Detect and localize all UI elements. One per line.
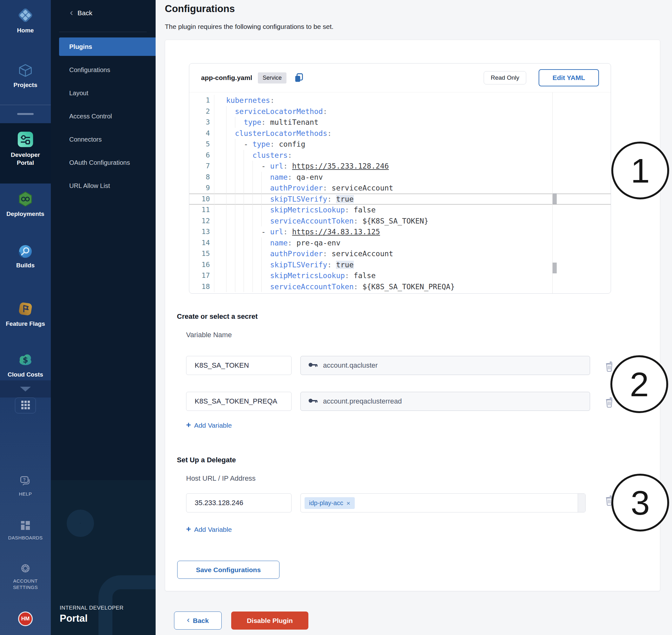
add-variable-label: Add Variable — [194, 526, 232, 533]
rail-item-label: Builds — [14, 262, 37, 269]
code-line-1: 1kubernetes: — [189, 95, 611, 106]
variable-name-input[interactable] — [186, 356, 291, 375]
line-number: 4 — [189, 128, 214, 139]
delegate-tag[interactable]: idp-play-acc × — [305, 497, 355, 509]
yaml-code[interactable]: 1kubernetes:2serviceLocatorMethod:3type:… — [189, 92, 611, 293]
line-number: 8 — [189, 172, 214, 183]
delegate-selector[interactable]: idp-play-acc × — [300, 494, 586, 512]
code-line-8: 8name: qa-env — [189, 172, 611, 183]
rail-item-label: Deployments — [4, 210, 46, 218]
rail-item-home[interactable]: Home — [0, 6, 51, 35]
add-variable-link[interactable]: + Add Variable — [186, 525, 232, 534]
secret-variable-row: account.qacluster — [186, 356, 590, 375]
line-number: 11 — [189, 204, 214, 216]
add-variable-label: Add Variable — [194, 422, 232, 429]
line-number: 12 — [189, 216, 214, 227]
read-only-pill: Read Only — [484, 71, 526, 85]
host-url-label: Host URL / IP Address — [186, 474, 256, 483]
yaml-header: app-config.yaml Service Read Only Edit Y… — [189, 64, 611, 92]
module-rail: Home Projects Developer Portal Deploymen… — [0, 0, 51, 635]
rail-item-label: Feature Flags — [4, 320, 47, 328]
avatar[interactable]: HM — [18, 612, 33, 626]
secret-section-heading: Create or select a secret — [177, 312, 258, 321]
deployments-icon — [17, 191, 34, 207]
delegate-tag-label: idp-play-acc — [309, 499, 343, 507]
host-url-input[interactable] — [186, 494, 291, 512]
line-number: 14 — [189, 238, 214, 248]
secret-selector[interactable]: account.qacluster — [300, 356, 590, 375]
secret-name: account.preqaclusterread — [323, 397, 402, 406]
chevron-left-icon: ‹ — [187, 615, 190, 625]
code-line-18: 18serviceAccountToken: ${K8S_SA_TOKEN_PR… — [189, 281, 611, 292]
back-button-label: Back — [193, 617, 209, 625]
chevron-down-icon — [20, 387, 31, 392]
rail-item-dashboards[interactable]: DASHBOARDS — [0, 519, 51, 541]
annotation-circle-3: 3 — [611, 474, 669, 531]
dashboards-icon — [19, 519, 32, 532]
scrollbar-mark[interactable] — [552, 263, 557, 273]
line-number: 6 — [189, 150, 214, 161]
variable-name-input[interactable] — [186, 392, 291, 411]
copy-icon[interactable] — [294, 72, 304, 83]
yaml-filename: app-config.yaml — [201, 74, 252, 82]
rail-item-developer-portal[interactable]: Developer Portal — [0, 130, 51, 167]
page-title: Configurations — [165, 3, 235, 15]
delegate-section-heading: Set Up a Delegate — [177, 456, 236, 464]
secret-variable-row: account.preqaclusterread — [186, 392, 590, 411]
sidenav-item-access-control[interactable]: Access Control — [59, 107, 156, 126]
back-link-label: Back — [78, 9, 92, 17]
code-line-11: 11skipMetricsLookup: false — [189, 204, 611, 216]
code-line-12: 12serviceAccountToken: ${K8S_SA_TOKEN} — [189, 216, 611, 227]
sidenav-footer: INTERNAL DEVELOPER Portal — [51, 480, 156, 635]
scrollbar-mark[interactable] — [552, 193, 557, 204]
delete-variable-icon[interactable] — [605, 361, 614, 373]
back-link[interactable]: ‹ Back — [70, 9, 92, 17]
secret-selector[interactable]: account.preqaclusterread — [300, 392, 590, 411]
sidenav-item-configurations[interactable]: Configurations — [59, 61, 156, 79]
rail-item-account-settings[interactable]: ACCOUNT SETTINGS — [0, 561, 51, 590]
yaml-viewer: app-config.yaml Service Read Only Edit Y… — [189, 63, 611, 294]
rail-item-label: HELP — [17, 491, 34, 497]
plugin-sidenav: ‹ Back PluginsConfigurationsLayoutAccess… — [51, 0, 156, 635]
rail-item-builds[interactable]: Builds — [0, 244, 51, 269]
sidenav-divider — [59, 32, 147, 32]
sidenav-item-url-allow-list[interactable]: URL Allow List — [59, 177, 156, 195]
account-settings-icon — [18, 561, 32, 575]
line-number: 9 — [189, 182, 214, 194]
rail-collapse-handle[interactable] — [17, 113, 34, 115]
save-configurations-button[interactable]: Save Configurations — [177, 561, 280, 579]
svg-text:?: ? — [23, 478, 26, 482]
code-line-15: 15authProvider: serviceAccount — [189, 248, 611, 259]
key-icon — [308, 398, 318, 404]
sidenav-item-connectors[interactable]: Connectors — [59, 130, 156, 149]
disable-plugin-button[interactable]: Disable Plugin — [231, 612, 308, 630]
decorative-ring — [67, 509, 94, 537]
add-variable-link[interactable]: + Add Variable — [186, 421, 232, 430]
code-line-6: 6clusters: — [189, 150, 611, 161]
rail-item-help[interactable]: ? HELP — [0, 474, 51, 497]
home-icon — [17, 6, 34, 24]
secret-name: account.qacluster — [323, 361, 377, 370]
rail-item-deployments[interactable]: Deployments — [0, 191, 51, 218]
remove-tag-icon[interactable]: × — [346, 500, 350, 506]
code-line-4: 4clusterLocatorMethods: — [189, 128, 611, 139]
sidenav-item-layout[interactable]: Layout — [59, 84, 156, 102]
chevron-left-icon: ‹ — [70, 8, 73, 17]
sidenav-item-plugins[interactable]: Plugins — [59, 38, 156, 56]
code-line-16: 16skipTLSVerify: true — [189, 259, 611, 270]
key-icon — [308, 362, 318, 369]
code-line-3: 3type: multiTenant — [189, 117, 611, 128]
line-number: 2 — [189, 106, 214, 117]
code-line-2: 2serviceLocatorMethod: — [189, 106, 611, 117]
line-number: 10 — [189, 194, 214, 205]
module-picker-button[interactable] — [15, 397, 36, 413]
rail-item-cloud-costs[interactable]: $ Cloud Costs — [0, 351, 51, 379]
delete-variable-icon[interactable] — [605, 397, 614, 409]
modules-expander[interactable] — [0, 380, 51, 397]
edit-yaml-button[interactable]: Edit YAML — [539, 69, 599, 86]
sidenav-item-oauth-configurations[interactable]: OAuth Configurations — [59, 153, 156, 172]
rail-item-projects[interactable]: Projects — [0, 62, 51, 89]
back-button[interactable]: ‹ Back — [174, 612, 222, 630]
help-icon: ? — [18, 474, 32, 488]
rail-item-feature-flags[interactable]: Feature Flags — [0, 300, 51, 328]
